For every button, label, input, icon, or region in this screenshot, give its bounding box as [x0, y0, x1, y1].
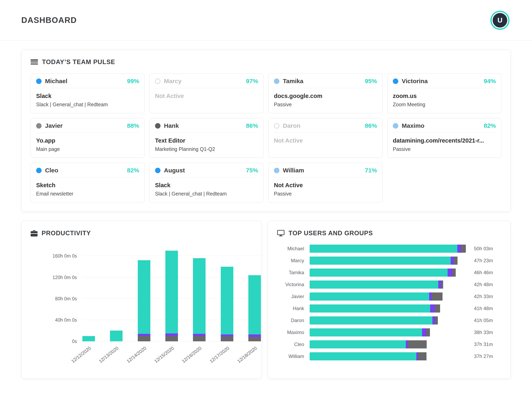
productivity-title: PRODUCTIVITY	[42, 230, 91, 237]
pulse-user-card: Hank86%Text EditorMarketing Planning Q1-…	[149, 118, 263, 158]
top-users-title: TOP USERS AND GROUPS	[288, 230, 373, 237]
productivity-plot-area	[82, 248, 261, 341]
top-user-bar	[310, 316, 466, 324]
bar-segment-productive	[193, 258, 205, 334]
top-user-name: Cleo	[277, 341, 310, 347]
bar-segment-productive	[310, 340, 406, 348]
x-tick-label: 12/16/2020	[174, 345, 203, 370]
team-pulse-grid: Michael99%SlackSlack | General_chat | Re…	[31, 73, 501, 202]
bar-segment-undefined	[193, 334, 205, 336]
status-dot-icon	[155, 78, 160, 84]
top-user-row: Victorina42h 48m	[277, 278, 501, 290]
top-user-row: Hank41h 48m	[277, 302, 501, 314]
activity-detail: Email newsletter	[36, 191, 139, 197]
bar-segment-unproductive	[426, 328, 430, 336]
bar-segment-undefined	[438, 280, 441, 289]
bar-segment-productive	[310, 316, 432, 324]
top-user-name: William	[277, 354, 310, 359]
pulse-card-header: Javier88%	[36, 122, 139, 133]
team-pulse-header: TODAY’S TEAM PULSE	[31, 58, 501, 66]
bar-segment-unproductive	[221, 336, 233, 341]
user-name: Daron	[283, 122, 361, 129]
bar-segment-productive	[310, 280, 438, 289]
productivity-percent: 97%	[246, 78, 258, 85]
active-app: Not Active	[274, 182, 377, 189]
productivity-bar	[248, 248, 261, 341]
top-user-duration: 37h 27m	[474, 354, 493, 359]
active-app: docs.google.com	[274, 93, 377, 99]
top-user-name: Hank	[277, 306, 310, 311]
main-content: TODAY’S TEAM PULSE Michael99%SlackSlack …	[0, 50, 532, 379]
y-tick-label: 160h 0m 0s	[31, 253, 77, 259]
monitor-icon	[277, 230, 284, 236]
bar-segment-productive	[138, 260, 150, 334]
bar-segment-productive	[310, 352, 416, 360]
bar-segment-productive	[310, 292, 429, 301]
status-dot-icon	[274, 168, 279, 173]
y-tick-label: 0s	[31, 339, 77, 344]
top-user-name: Javier	[277, 294, 310, 299]
top-user-row: Michael50h 03m	[277, 243, 501, 254]
top-user-bar	[310, 340, 466, 348]
pulse-card-header: Marcy97%	[155, 78, 258, 88]
bar-segment-unproductive	[452, 269, 455, 277]
top-user-name: Michael	[277, 246, 310, 252]
bar-segment-undefined	[248, 335, 261, 337]
top-user-row: Maximo38h 33m	[277, 326, 501, 338]
list-icon	[31, 59, 38, 65]
top-user-bar	[310, 328, 466, 336]
bar-segment-undefined	[422, 328, 427, 336]
user-name: Victorina	[402, 78, 480, 85]
activity-detail: Main page	[36, 146, 139, 152]
active-app: Yo.app	[36, 137, 139, 144]
top-user-name: Marcy	[277, 258, 310, 264]
productivity-percent: 82%	[127, 167, 139, 174]
x-tick-label: 12/12/2020	[63, 345, 92, 370]
productivity-percent: 95%	[365, 78, 377, 85]
active-app: Text Editor	[155, 137, 258, 144]
active-app: Slack	[155, 182, 258, 189]
bar-segment-undefined	[429, 292, 432, 301]
bar-segment-unproductive	[454, 257, 458, 265]
status-dot-icon	[155, 123, 160, 129]
bar-segment-unproductive	[441, 280, 443, 289]
bar-segment-undefined	[416, 352, 418, 360]
bar-segment-productive	[82, 336, 95, 341]
user-name: Javier	[45, 122, 124, 129]
top-user-duration: 41h 48m	[474, 306, 493, 311]
pulse-user-card: Tamika95%docs.google.comPassive	[269, 73, 383, 113]
top-users-header: TOP USERS AND GROUPS	[277, 230, 501, 237]
productivity-percent: 88%	[127, 122, 139, 129]
x-tick-label: 12/17/2020	[201, 345, 231, 370]
pulse-user-card: Javier88%Yo.appMain page	[31, 118, 145, 158]
top-user-duration: 42h 33m	[474, 294, 493, 299]
productivity-bar	[138, 248, 150, 341]
productivity-percent: 94%	[484, 78, 496, 85]
user-avatar[interactable]: U	[493, 13, 507, 28]
top-user-bar	[310, 245, 466, 253]
pulse-card-header: Michael99%	[36, 78, 139, 88]
bar-segment-unproductive	[435, 304, 440, 313]
bar-segment-productive	[165, 251, 178, 333]
top-users-rows: Michael50h 03mMarcy47h 23mTamika46h 46mV…	[277, 243, 501, 362]
active-app: Slack	[36, 93, 139, 99]
y-tick-label: 120h 0m 0s	[31, 275, 77, 280]
productivity-percent: 82%	[484, 122, 496, 129]
pulse-user-card: Marcy97%Not Active	[149, 73, 263, 113]
bar-segment-productive	[310, 304, 430, 313]
user-name: Marcy	[164, 78, 243, 85]
briefcase-icon	[31, 230, 38, 236]
status-dot-icon	[36, 123, 42, 129]
productivity-percent: 86%	[246, 122, 258, 129]
pulse-user-card: William71%Not ActivePassive	[269, 163, 383, 202]
status-dot-icon	[274, 78, 279, 84]
user-name: Cleo	[45, 167, 124, 174]
bar-segment-undefined	[406, 340, 408, 348]
pulse-user-card: Cleo82%SketchEmail newsletter	[31, 163, 145, 202]
y-tick-label: 40h 0m 0s	[31, 317, 77, 323]
bar-segment-unproductive	[165, 336, 178, 341]
bar-segment-undefined	[457, 245, 461, 253]
x-tick-label: 12/15/2020	[146, 345, 175, 370]
user-name: Maximo	[402, 122, 480, 129]
bar-segment-unproductive	[432, 292, 442, 301]
